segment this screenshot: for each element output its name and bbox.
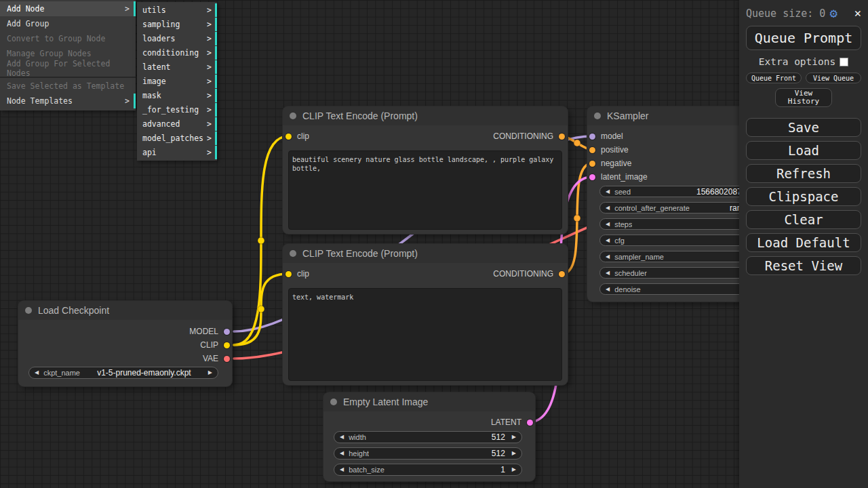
decrement-arrow-icon[interactable]: ◀ [606,287,610,292]
menu-item-add-group-for-selected-nodes: Add Group For Selected Nodes [0,61,136,76]
link-midpoint-dot[interactable] [574,140,580,146]
submenu-item-mask[interactable]: mask > [137,89,217,102]
submenu-item-model-patches[interactable]: model_patches > [137,131,217,145]
menu-item-node-templates[interactable]: Node Templates > [0,94,136,108]
decrement-arrow-icon[interactable]: ◀ [606,238,610,243]
submenu-item-conditioning[interactable]: conditioning > [137,46,217,60]
decrement-arrow-icon[interactable]: ◀ [340,434,344,440]
submenu-arrow-icon: > [207,62,212,72]
link-midpoint-dot[interactable] [258,237,264,244]
node-title: Empty Latent Image [343,396,428,407]
submenu-arrow-icon: > [207,5,212,15]
extra-options-label: Extra options [759,56,836,67]
input-port-latent-image[interactable] [589,174,595,180]
input-port-label: clip [297,269,309,279]
queue-prompt-button[interactable]: Queue Prompt [746,26,861,50]
node-title-bar[interactable]: CLIP Text Encode (Prompt) [283,106,568,125]
submenu-item-image[interactable]: image > [137,75,217,88]
submenu-item-loaders[interactable]: loaders > [137,32,217,45]
menu-panel: Queue size: 0 ⚙ ✕ Queue Prompt Extra opt… [739,0,868,488]
widget-ckpt-name[interactable]: ◀ ckpt_name v1-5-pruned-emaonly.ckpt ▶ [28,367,218,379]
output-port-label: CLIP [200,340,218,350]
output-port-model[interactable] [224,329,230,335]
node-load-checkpoint[interactable]: Load Checkpoint MODEL CLIP VAE ◀ ckpt_na… [18,301,232,386]
queue-front-button[interactable]: Queue Front [746,73,802,83]
widget-batch-size[interactable]: ◀ batch_size 1 ▶ [334,464,522,476]
node-title: CLIP Text Encode (Prompt) [302,248,418,259]
node-graph-canvas[interactable]: CLIP Text Encode (Prompt) clip CONDITION… [0,0,868,488]
view-history-button[interactable]: View History [775,88,832,107]
decrement-arrow-icon[interactable]: ◀ [606,222,610,227]
collapse-dot-icon[interactable] [290,250,296,257]
input-port-positive[interactable] [589,147,595,153]
decrement-arrow-icon[interactable]: ◀ [606,254,610,260]
next-arrow-icon[interactable]: ▶ [208,370,212,375]
extra-options-checkbox[interactable] [840,58,848,66]
output-port-vae[interactable] [224,356,230,362]
output-port-latent[interactable] [527,420,533,426]
decrement-arrow-icon[interactable]: ◀ [340,451,344,456]
collapse-dot-icon[interactable] [330,399,337,405]
prompt-textarea[interactable]: text, watermark [288,288,562,381]
widget-height[interactable]: ◀ height 512 ▶ [334,447,522,460]
view-queue-button[interactable]: View Queue [806,73,861,83]
node-clip-text-encode-positive[interactable]: CLIP Text Encode (Prompt) clip CONDITION… [283,106,568,234]
submenu-arrow-icon: > [207,134,212,143]
node-title-bar[interactable]: CLIP Text Encode (Prompt) [283,244,568,263]
load-button[interactable]: Load [746,141,861,160]
output-port-conditioning[interactable] [559,271,565,277]
submenu-arrow-icon: > [207,119,212,129]
decrement-arrow-icon[interactable]: ◀ [606,189,610,195]
input-port-negative[interactable] [589,161,595,167]
refresh-button[interactable]: Refresh [746,164,861,183]
clipspace-button[interactable]: Clipspace [746,187,861,206]
increment-arrow-icon[interactable]: ▶ [512,451,516,456]
prev-arrow-icon[interactable]: ◀ [35,370,39,375]
settings-gear-icon[interactable]: ⚙ [829,7,837,20]
output-port-clip[interactable] [224,342,230,348]
prompt-textarea[interactable]: beautiful scenery nature glass bottle la… [288,150,562,230]
load-default-button[interactable]: Load Default [746,233,861,252]
submenu-item-latent[interactable]: latent > [137,60,217,74]
output-port-conditioning[interactable] [559,134,565,140]
submenu-arrow-icon: > [207,77,212,86]
decrement-arrow-icon[interactable]: ◀ [606,270,610,276]
menu-item-convert-to-group-node: Convert to Group Node [0,31,136,46]
submenu-item-for-testing[interactable]: _for_testing > [137,103,217,117]
input-port-label: latent_image [601,172,648,182]
submenu-arrow-icon: > [207,20,212,29]
node-title-bar[interactable]: Load Checkpoint [18,301,232,320]
input-port-label: negative [601,159,631,168]
increment-arrow-icon[interactable]: ▶ [512,434,516,440]
menu-item-add-group[interactable]: Add Group [0,16,136,31]
menu-item-add-node[interactable]: Add Node > [0,1,136,16]
clear-button[interactable]: Clear [746,210,861,229]
submenu-item-api[interactable]: api > [137,146,217,159]
collapse-dot-icon[interactable] [290,113,296,119]
input-port-clip[interactable] [285,271,292,277]
link-midpoint-dot[interactable] [574,215,580,222]
link-midpoint-dot[interactable] [258,306,264,312]
submenu-item-advanced[interactable]: advanced > [137,117,217,131]
decrement-arrow-icon[interactable]: ◀ [340,467,344,472]
submenu-arrow-icon: > [125,96,130,106]
node-clip-text-encode-negative[interactable]: CLIP Text Encode (Prompt) clip CONDITION… [283,244,568,385]
submenu-item-utils[interactable]: utils > [137,3,217,17]
save-button[interactable]: Save [746,118,861,137]
node-title-bar[interactable]: Empty Latent Image [323,392,535,411]
node-empty-latent-image[interactable]: Empty Latent Image LATENT ◀ width 512 ▶ … [323,392,535,481]
input-port-clip[interactable] [285,134,292,140]
widget-value: 1 [500,465,505,474]
widget-width[interactable]: ◀ width 512 ▶ [334,431,522,443]
collapse-dot-icon[interactable] [594,113,601,119]
decrement-arrow-icon[interactable]: ◀ [606,205,610,211]
submenu-arrow-icon: > [207,48,212,58]
output-port-label: CONDITIONING [493,269,553,279]
close-icon[interactable]: ✕ [854,7,861,19]
reset-view-button[interactable]: Reset View [746,256,861,275]
output-port-label: CONDITIONING [493,131,553,141]
increment-arrow-icon[interactable]: ▶ [512,467,516,472]
collapse-dot-icon[interactable] [25,307,32,314]
input-port-model[interactable] [589,134,595,140]
submenu-item-sampling[interactable]: sampling > [137,18,217,31]
